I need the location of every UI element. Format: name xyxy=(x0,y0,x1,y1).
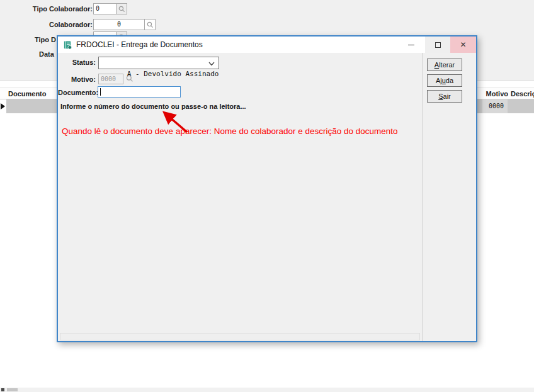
close-icon: ✕ xyxy=(460,41,466,48)
motivo-label: Motivo: xyxy=(67,76,96,83)
alterar-button[interactable]: Alterar xyxy=(427,59,462,71)
status-value: A - Devolvido Assinado xyxy=(127,70,219,78)
sair-button[interactable]: Sair xyxy=(427,90,462,103)
column-header-descricao[interactable]: Descrição xyxy=(511,90,534,98)
row-selector-gutter xyxy=(0,99,6,113)
row-motivo-cell: 0000 xyxy=(482,99,508,113)
search-icon xyxy=(126,75,134,82)
chevron-down-icon xyxy=(208,62,215,66)
dialog-title: FRDOCLEI - Entrega de Documentos xyxy=(76,40,203,49)
dialog-status-strip xyxy=(60,333,420,340)
documento-label: Documento: xyxy=(58,89,96,96)
status-dropdown[interactable]: A - Devolvido Assinado xyxy=(98,57,219,69)
entrega-documentos-dialog: FRDOCLEI - Entrega de Documentos ✕ Statu… xyxy=(57,35,477,342)
dialog-content: Status: A - Devolvido Assinado Motivo: 0… xyxy=(58,53,476,341)
column-header-documento[interactable]: Documento xyxy=(8,90,47,98)
colaborador-search-button[interactable] xyxy=(144,19,156,30)
documento-input[interactable] xyxy=(98,86,181,98)
ajuda-button[interactable]: Ajuda xyxy=(427,74,462,87)
scrollbar-thumb[interactable] xyxy=(7,388,18,391)
search-icon xyxy=(147,21,154,28)
maximize-icon xyxy=(435,42,441,48)
search-icon xyxy=(118,6,125,13)
tipo-colaborador-search-button[interactable] xyxy=(116,3,127,14)
button-panel-separator xyxy=(422,53,423,341)
maximize-button[interactable] xyxy=(425,36,450,53)
info-message: Informe o número do documento ou passe-o… xyxy=(60,103,246,110)
tipo-documento-label-partial: Tipo D xyxy=(35,36,56,43)
scrollbar-arrow-icon[interactable] xyxy=(1,388,4,391)
horizontal-scrollbar[interactable] xyxy=(0,388,534,392)
button-accesskey: A xyxy=(435,61,439,69)
app-document-icon xyxy=(63,40,72,50)
motivo-input: 0000 xyxy=(98,74,123,84)
button-label-part: Aj xyxy=(436,77,442,84)
button-label-part: da xyxy=(446,77,453,84)
status-label: Status: xyxy=(67,59,96,66)
close-button[interactable]: ✕ xyxy=(450,36,476,53)
data-label-partial: Data xyxy=(39,50,54,58)
button-label-part: lterar xyxy=(439,61,455,69)
tipo-colaborador-label: Tipo Colaborador: xyxy=(13,5,93,13)
button-accesskey: S xyxy=(438,92,443,100)
colaborador-label: Colaborador: xyxy=(13,21,93,28)
row-selector-arrow-icon xyxy=(1,103,5,109)
column-header-motivo[interactable]: Motivo xyxy=(479,90,508,98)
colaborador-input[interactable]: 0 xyxy=(93,19,145,30)
text-caret xyxy=(100,88,101,96)
dialog-titlebar[interactable]: FRDOCLEI - Entrega de Documentos ✕ xyxy=(58,36,476,53)
minimize-button[interactable] xyxy=(397,36,425,53)
tipo-colaborador-input[interactable]: 0 xyxy=(93,3,116,14)
annotation-text: Quando lê o documento deve aparecer: Nom… xyxy=(62,126,398,136)
minimize-icon xyxy=(408,45,414,45)
button-label-part: air xyxy=(443,92,451,100)
